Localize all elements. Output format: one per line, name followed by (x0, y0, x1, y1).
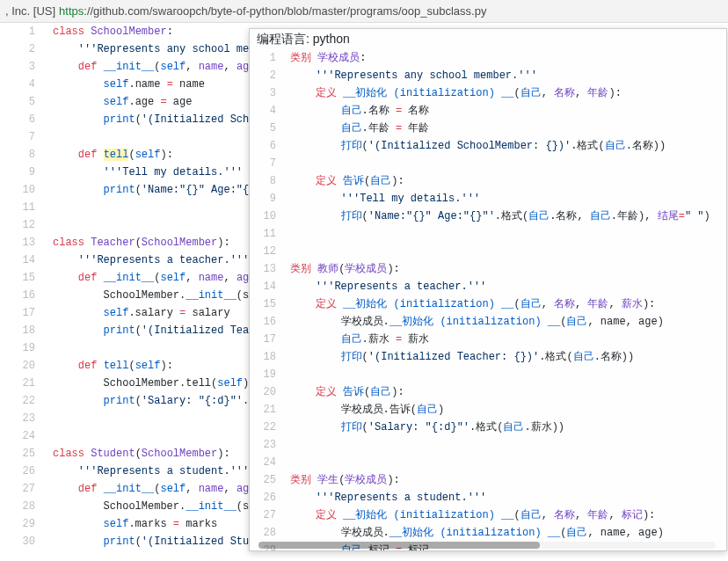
line-number[interactable]: 14 (0, 251, 44, 269)
line-number[interactable]: 12 (0, 216, 44, 234)
line-number[interactable]: 15 (0, 269, 44, 287)
line-number[interactable]: 19 (0, 339, 44, 357)
code-content: 学校成员.__初始化 (initialization) __(自己, name,… (285, 313, 726, 331)
line-number[interactable]: 10 (0, 181, 44, 199)
line-number[interactable]: 9 (0, 164, 44, 181)
code-line: 4 自己.名称 = 名称 (250, 102, 726, 120)
line-number: 21 (250, 401, 285, 419)
line-number[interactable]: 27 (0, 480, 44, 498)
code-line: 3 定义 __初始化 (initialization) __(自己, 名称, 年… (250, 84, 726, 102)
line-number: 6 (250, 137, 285, 155)
line-number[interactable]: 25 (0, 445, 44, 463)
code-line: 25类别 学生(学校成员): (250, 471, 726, 489)
code-line: 24 (250, 454, 726, 471)
line-number: 24 (250, 454, 285, 471)
code-content: 自己.薪水 = 薪水 (285, 331, 726, 348)
code-content: 类别 学生(学校成员): (285, 471, 726, 489)
code-content (285, 436, 726, 454)
code-content: 类别 学校成员: (285, 49, 726, 67)
code-line: 19 (250, 366, 726, 383)
url-field[interactable]: https://github.com/swaroopch/byte-of-pyt… (59, 4, 486, 18)
line-number[interactable]: 1 (0, 23, 44, 40)
code-line: 15 定义 __初始化 (initialization) __(自己, 名称, … (250, 295, 726, 313)
line-number[interactable]: 4 (0, 76, 44, 93)
line-number[interactable]: 7 (0, 128, 44, 146)
line-number: 9 (250, 190, 285, 208)
line-number[interactable]: 20 (0, 357, 44, 375)
code-line: 6 打印('(Initialized SchoolMember: {})'.格式… (250, 137, 726, 155)
code-line: 23 (250, 436, 726, 454)
code-line: 21 学校成员.告诉(自己) (250, 401, 726, 419)
line-number: 19 (250, 366, 285, 383)
code-line: 16 学校成员.__初始化 (initialization) __(自己, na… (250, 313, 726, 331)
line-number[interactable]: 2 (0, 40, 44, 58)
line-number: 7 (250, 155, 285, 172)
line-number: 13 (250, 260, 285, 278)
code-line: 17 自己.薪水 = 薪水 (250, 331, 726, 348)
scrollbar-thumb[interactable] (258, 542, 540, 549)
code-content: '''Represents a teacher.''' (285, 278, 726, 295)
code-content: 打印('(Initialized SchoolMember: {})'.格式(自… (285, 137, 726, 155)
overlay-horizontal-scrollbar[interactable] (258, 542, 716, 549)
code-line: 13类别 教师(学校成员): (250, 260, 726, 278)
line-number: 15 (250, 295, 285, 313)
line-number: 27 (250, 506, 285, 524)
line-number: 12 (250, 243, 285, 260)
code-line: 12 (250, 243, 726, 260)
line-number[interactable]: 21 (0, 375, 44, 392)
translation-overlay[interactable]: 编程语言: python 1类别 学校成员:2 '''Represents an… (249, 28, 727, 551)
line-number: 1 (250, 49, 285, 67)
line-number[interactable]: 5 (0, 93, 44, 111)
line-number: 20 (250, 383, 285, 401)
line-number[interactable]: 17 (0, 304, 44, 322)
line-number[interactable]: 22 (0, 392, 44, 410)
code-line: 18 打印('(Initialized Teacher: {})'.格式(自己.… (250, 348, 726, 366)
code-content (285, 225, 726, 243)
line-number[interactable]: 26 (0, 463, 44, 480)
code-line: 1类别 学校成员: (250, 49, 726, 67)
line-number[interactable]: 11 (0, 199, 44, 216)
line-number: 25 (250, 471, 285, 489)
code-content (285, 155, 726, 172)
code-content: 定义 __初始化 (initialization) __(自己, 名称, 年龄,… (285, 295, 726, 313)
line-number[interactable]: 18 (0, 322, 44, 339)
code-content: 打印('Name:"{}" Age:"{}"'.格式(自己.名称, 自己.年龄)… (285, 208, 726, 225)
line-number[interactable]: 16 (0, 287, 44, 304)
line-number[interactable]: 13 (0, 234, 44, 251)
code-content: 打印('(Initialized Teacher: {})'.格式(自己.名称)… (285, 348, 726, 366)
browser-url-bar[interactable]: , Inc. [US] https://github.com/swaroopch… (0, 0, 728, 23)
code-line: 9 '''Tell my details.''' (250, 190, 726, 208)
line-number[interactable]: 28 (0, 498, 44, 515)
url-prefix: , Inc. [US] (5, 4, 55, 18)
line-number[interactable]: 24 (0, 427, 44, 445)
line-number: 14 (250, 278, 285, 295)
line-number[interactable]: 6 (0, 111, 44, 128)
line-number: 17 (250, 331, 285, 348)
code-line: 7 (250, 155, 726, 172)
line-number[interactable]: 3 (0, 58, 44, 76)
code-line: 26 '''Represents a student.''' (250, 489, 726, 506)
line-number[interactable]: 30 (0, 533, 44, 550)
code-content: 定义 __初始化 (initialization) __(自己, 名称, 年龄)… (285, 84, 726, 102)
code-line: 10 打印('Name:"{}" Age:"{}"'.格式(自己.名称, 自己.… (250, 208, 726, 225)
line-number: 3 (250, 84, 285, 102)
line-number[interactable]: 8 (0, 146, 44, 164)
overlay-title: 编程语言: python (250, 29, 726, 49)
code-content (285, 366, 726, 383)
line-number: 23 (250, 436, 285, 454)
line-number: 22 (250, 419, 285, 436)
line-number[interactable]: 23 (0, 410, 44, 427)
code-content: 定义 __初始化 (initialization) __(自己, 名称, 年龄,… (285, 506, 726, 524)
line-number: 11 (250, 225, 285, 243)
code-content: 学校成员.__初始化 (initialization) __(自己, name,… (285, 524, 726, 542)
line-number: 28 (250, 524, 285, 542)
code-content: 学校成员.告诉(自己) (285, 401, 726, 419)
line-number[interactable]: 29 (0, 515, 44, 533)
line-number: 4 (250, 102, 285, 120)
line-number: 18 (250, 348, 285, 366)
code-content (285, 454, 726, 471)
code-line: 8 定义 告诉(自己): (250, 172, 726, 190)
code-line: 2 '''Represents any school member.''' (250, 67, 726, 84)
code-content: '''Represents a student.''' (285, 489, 726, 506)
code-content: '''Tell my details.''' (285, 190, 726, 208)
